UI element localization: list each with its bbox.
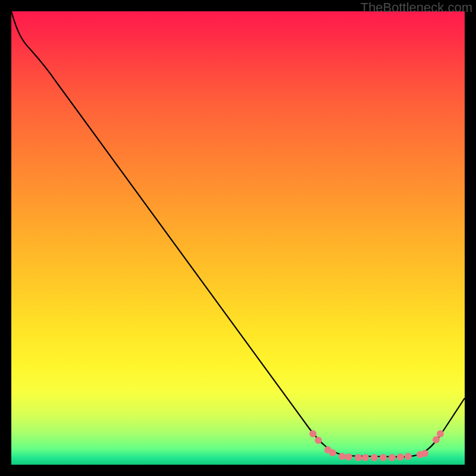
chart-marker bbox=[315, 437, 322, 444]
chart-marker bbox=[397, 453, 404, 461]
chart-marker bbox=[433, 436, 440, 443]
chart-marker bbox=[339, 453, 346, 460]
chart-marker bbox=[371, 454, 378, 461]
chart-marker bbox=[405, 453, 412, 460]
chart-marker bbox=[345, 453, 352, 461]
chart-marker bbox=[389, 454, 396, 461]
chart-curve bbox=[11, 11, 465, 457]
chart-svg bbox=[11, 11, 465, 465]
chart-marker bbox=[362, 454, 369, 461]
chart-marker bbox=[380, 454, 387, 461]
chart-marker bbox=[309, 430, 317, 437]
chart-markers bbox=[309, 430, 444, 461]
chart-frame bbox=[11, 11, 465, 465]
chart-marker bbox=[421, 450, 428, 457]
watermark-text: TheBottleneck.com bbox=[361, 0, 472, 15]
chart-marker bbox=[329, 449, 336, 456]
chart-marker bbox=[355, 454, 362, 461]
chart-marker bbox=[437, 430, 444, 437]
